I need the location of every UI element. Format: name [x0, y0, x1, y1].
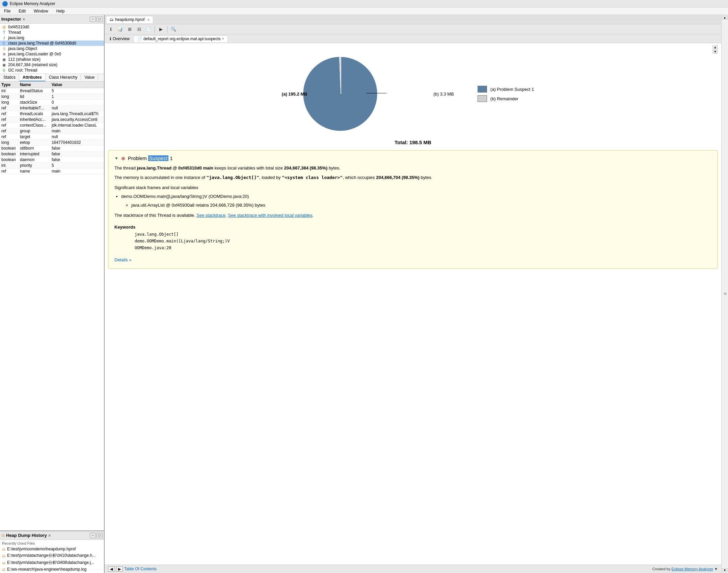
- menu-file[interactable]: File: [1, 8, 13, 14]
- tree-item-object[interactable]: ⊙ java.lang.Object: [0, 46, 104, 51]
- heap-panel-header: ⊙ Heap Dump History × − □: [0, 531, 104, 540]
- table-row[interactable]: ref inheritedAcc... java.security.Access…: [0, 117, 104, 123]
- heap-file-path: E:\test\jvm\datachange分析\0410\datachange…: [7, 553, 96, 558]
- dropdown-arrow[interactable]: ▼: [714, 567, 718, 571]
- toolbar-grid2-btn[interactable]: ⊟: [135, 26, 143, 33]
- table-row[interactable]: ref target null: [0, 134, 104, 140]
- side-text: P: [723, 293, 727, 295]
- table-row[interactable]: ref group main: [0, 128, 104, 134]
- panel-minimize-btn[interactable]: −: [90, 17, 96, 22]
- desc2-size: 204,666,704 (98.35%): [376, 175, 420, 180]
- nav-forward[interactable]: ▶: [116, 566, 123, 572]
- heap-minimize-btn[interactable]: −: [90, 533, 96, 538]
- scroll-down[interactable]: ▼: [712, 50, 718, 54]
- menu-window[interactable]: Window: [31, 8, 51, 14]
- tree-item-gcroot[interactable]: G GC root: Thread: [0, 68, 104, 73]
- heap-close[interactable]: ×: [48, 533, 51, 538]
- tab-overview[interactable]: ℹ Overview: [106, 35, 133, 42]
- tab-default-report[interactable]: 📄 default_report org.eclipse.mat.api:sus…: [133, 35, 228, 42]
- attr-tabs: Statics Attributes Class Hierarchy Value: [0, 74, 104, 82]
- side-scroll-down[interactable]: ▼: [722, 568, 728, 572]
- desc2-class: "java.lang.Object[]": [206, 175, 259, 180]
- see-stacktrace-link[interactable]: See stacktrace: [196, 213, 225, 218]
- toolbar-grid-btn[interactable]: ⊞: [126, 26, 134, 33]
- inspector-title: Inspector: [1, 17, 21, 22]
- table-row[interactable]: boolean daemon false: [0, 157, 104, 163]
- right-side-bar[interactable]: ▲ P ▼: [721, 15, 728, 573]
- see-stacktrace-involved-link[interactable]: See stacktrace with involved local varia…: [228, 213, 313, 218]
- tree-item-retained[interactable]: ▣ 204,667,384 (retained size): [0, 62, 104, 68]
- table-row[interactable]: long stackSize 0: [0, 100, 104, 105]
- menu-help[interactable]: Help: [54, 8, 68, 14]
- cell-value: jdk.internal.loader.ClassL: [50, 123, 104, 128]
- col-type: Type: [0, 82, 19, 88]
- table-row[interactable]: ref inheritableT... null: [0, 105, 104, 111]
- table-row[interactable]: long eetop 1647704401632: [0, 140, 104, 146]
- inspector-tree: @ 0xf45310d0 T Thread J java.lang C clas…: [0, 24, 104, 74]
- toolbar-search-btn[interactable]: 🔍: [169, 26, 178, 33]
- heap-file-item[interactable]: 🗂E:\ws-research\java-engineer\heapdump.l…: [0, 566, 104, 572]
- tree-item-package[interactable]: J java.lang: [0, 35, 104, 41]
- cell-value: false: [50, 157, 104, 163]
- tree-item-address[interactable]: @ 0xf45310d0: [0, 24, 104, 30]
- content-area: ▲ ▼ (a) 195.2 MB (b) 3.3 MB: [105, 43, 721, 565]
- cell-value: false: [50, 151, 104, 157]
- problem-suspect: ▼ ⊗ Problem Suspect 1 The thread java.la…: [108, 150, 718, 269]
- details-link[interactable]: Details »: [114, 256, 711, 264]
- table-row[interactable]: ref threadLocals java.lang.ThreadLocal$T…: [0, 111, 104, 117]
- tab-attributes[interactable]: Attributes: [19, 74, 46, 81]
- keyword-item: java.lang.Object[]: [135, 231, 711, 238]
- table-row[interactable]: ref contextClass... jdk.internal.loader.…: [0, 123, 104, 128]
- toolbar-run-btn[interactable]: ▶: [157, 26, 165, 33]
- toolbar-doc-btn[interactable]: 📄: [144, 26, 153, 33]
- eclipse-link[interactable]: Eclipse Memory Analyzer: [672, 567, 713, 571]
- tree-item-shallow[interactable]: ▣ 112 (shallow size): [0, 57, 104, 62]
- tab-value[interactable]: Value: [81, 74, 98, 81]
- toolbar-info-btn[interactable]: ℹ: [107, 26, 115, 33]
- toc-link[interactable]: Table Of Contents: [124, 567, 157, 571]
- table-row[interactable]: int threadStatus 5: [0, 88, 104, 94]
- suspect-desc2: The memory is accumulated in one instanc…: [114, 174, 711, 181]
- tab-statics[interactable]: Statics: [0, 74, 19, 81]
- side-scroll-up[interactable]: ▲: [722, 16, 728, 20]
- keywords-list: java.lang.Object[]demo.OOMDemo.main([Lja…: [114, 231, 711, 252]
- right-panel: 🗂 heapdump.hprof × ℹ 📊 ⊞ ⊟ 📄 ▶ 🔍 ℹ Overv…: [105, 15, 721, 573]
- heap-maximize-btn[interactable]: □: [97, 533, 103, 538]
- suspect-header[interactable]: ▼ ⊗ Problem Suspect 1: [114, 155, 711, 161]
- panel-maximize-btn[interactable]: □: [97, 17, 103, 22]
- object-icon: ⊙: [1, 47, 7, 51]
- legend-label-b: (b) Remainder: [490, 96, 518, 101]
- shallow-icon: ▣: [1, 57, 7, 62]
- tree-label-package: java.lang: [8, 35, 24, 40]
- heap-file-item[interactable]: 🗂E:\test\jvm\oomdemo\heapdump.hprof: [0, 546, 104, 552]
- heap-tab-close[interactable]: ×: [147, 18, 149, 22]
- table-row[interactable]: boolean interrupted false: [0, 151, 104, 157]
- toolbar-chart-btn[interactable]: 📊: [116, 26, 124, 33]
- inspector-close[interactable]: ×: [23, 17, 25, 22]
- table-row[interactable]: long tid 1: [0, 94, 104, 100]
- tree-item-class[interactable]: C class java.lang.Thread @ 0xf45308d0: [0, 41, 104, 46]
- cell-name: stillborn: [19, 146, 50, 151]
- heap-file-icon: 🗂: [2, 554, 6, 558]
- heapdump-tab[interactable]: 🗂 heapdump.hprof ×: [106, 16, 153, 23]
- tab-class-hierarchy[interactable]: Class Hierarchy: [46, 74, 81, 81]
- table-row[interactable]: ref name main: [0, 168, 104, 174]
- cell-type: ref: [0, 128, 19, 134]
- heap-file-item[interactable]: 🗂E:\test\jvm\datachange分析\0410\datachang…: [0, 552, 104, 559]
- tree-item-loader[interactable]: ⊗ java.lang.ClassLoader @ 0x0: [0, 51, 104, 57]
- table-row[interactable]: int priority 5: [0, 163, 104, 168]
- keywords-title: Keywords: [114, 224, 711, 231]
- heap-file-item[interactable]: 🗂E:\test\jvm\datachange分析\0408\datachang…: [0, 559, 104, 566]
- heap-tab-label: heapdump.hprof: [115, 17, 144, 22]
- table-row[interactable]: boolean stillborn false: [0, 146, 104, 151]
- loader-icon: ⊗: [1, 52, 7, 56]
- scroll-up[interactable]: ▲: [712, 45, 718, 49]
- cell-type: int: [0, 163, 19, 168]
- scroll-arrows[interactable]: ▲ ▼: [712, 45, 718, 54]
- chart-container: (a) 195.2 MB (b) 3.3 MB: [108, 47, 718, 138]
- inner-tab-bar: ℹ Overview 📄 default_report org.eclipse.…: [105, 34, 721, 43]
- report-tab-close[interactable]: ×: [222, 37, 224, 41]
- tree-item-thread[interactable]: T Thread: [0, 30, 104, 35]
- nav-back[interactable]: ◀: [108, 566, 115, 572]
- menu-edit[interactable]: Edit: [16, 8, 28, 14]
